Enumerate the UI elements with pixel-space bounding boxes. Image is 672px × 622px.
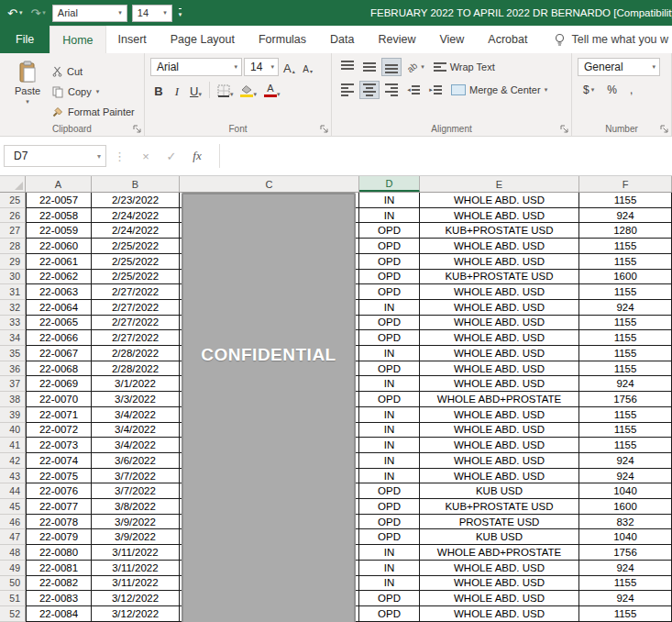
cell-F39[interactable]: 1155 xyxy=(579,407,672,423)
cell-F35[interactable]: 1155 xyxy=(579,346,672,361)
bold-button[interactable]: B xyxy=(150,81,167,99)
cell-B42[interactable]: 3/6/2022 xyxy=(92,453,180,469)
cell-B49[interactable]: 3/11/2022 xyxy=(92,561,180,576)
tell-me-box[interactable]: Tell me what you w xyxy=(554,26,672,53)
cell-D44[interactable]: OPD xyxy=(359,483,420,499)
cell-B50[interactable]: 3/11/2022 xyxy=(92,576,180,592)
cell-A43[interactable]: 22-0075 xyxy=(26,469,92,484)
cell-B32[interactable]: 2/27/2022 xyxy=(92,300,180,316)
font-size-combo[interactable]: 14 ▾ xyxy=(244,58,279,76)
row-header-48[interactable]: 48 xyxy=(0,545,26,561)
cell-E39[interactable]: WHOLE ABD. USD xyxy=(420,407,579,423)
cell-A27[interactable]: 22-0059 xyxy=(26,223,92,239)
cell-E49[interactable]: WHOLE ABD. USD xyxy=(420,561,579,576)
cell-E52[interactable]: WHOLE ABD. USD xyxy=(420,606,579,622)
row-header-41[interactable]: 41 xyxy=(0,438,26,453)
row-header-30[interactable]: 30 xyxy=(0,270,26,285)
cell-E42[interactable]: WHOLE ABD. USD xyxy=(420,453,579,469)
alignment-dialog-launcher-icon[interactable] xyxy=(560,125,568,133)
cell-D26[interactable]: IN xyxy=(359,208,420,224)
cell-D28[interactable]: OPD xyxy=(359,239,420,254)
column-header-b[interactable]: B xyxy=(92,176,180,192)
cell-D46[interactable]: OPD xyxy=(359,515,420,530)
cell-B33[interactable]: 2/27/2022 xyxy=(92,316,180,331)
cell-F47[interactable]: 1040 xyxy=(579,529,672,545)
cell-B45[interactable]: 3/8/2022 xyxy=(92,499,180,515)
cell-B37[interactable]: 3/1/2022 xyxy=(92,376,180,392)
cell-D50[interactable]: IN xyxy=(359,576,420,592)
cell-D40[interactable]: IN xyxy=(359,423,420,439)
tab-data[interactable]: Data xyxy=(318,26,366,53)
cell-B28[interactable]: 2/25/2022 xyxy=(92,239,180,254)
decrease-font-size-button[interactable]: A▾ xyxy=(300,58,316,76)
cell-E26[interactable]: WHOLE ABD. USD xyxy=(420,208,579,224)
cell-A42[interactable]: 22-0074 xyxy=(26,453,92,469)
cell-B48[interactable]: 3/11/2022 xyxy=(92,545,180,561)
align-left-button[interactable] xyxy=(337,81,358,99)
row-header-29[interactable]: 29 xyxy=(0,254,26,270)
number-format-combo[interactable]: General ▾ xyxy=(578,58,660,76)
row-header-42[interactable]: 42 xyxy=(0,453,26,469)
clipboard-dialog-launcher-icon[interactable] xyxy=(133,125,141,133)
cell-E41[interactable]: WHOLE ABD. USD xyxy=(420,438,579,453)
cell-E34[interactable]: WHOLE ABD. USD xyxy=(420,330,579,346)
cell-D33[interactable]: OPD xyxy=(359,316,420,331)
italic-button[interactable]: I xyxy=(169,81,185,99)
cell-F28[interactable]: 1155 xyxy=(579,239,672,254)
orientation-button[interactable]: ab▾ xyxy=(403,58,428,76)
cell-E33[interactable]: WHOLE ABD. USD xyxy=(420,316,579,331)
cell-F33[interactable]: 1155 xyxy=(579,316,672,331)
row-header-49[interactable]: 49 xyxy=(0,561,26,576)
cell-B44[interactable]: 3/7/2022 xyxy=(92,483,180,499)
cell-B40[interactable]: 3/4/2022 xyxy=(92,423,180,439)
cell-B46[interactable]: 3/9/2022 xyxy=(92,515,180,530)
top-align-button[interactable] xyxy=(337,58,358,76)
cell-F40[interactable]: 1155 xyxy=(579,423,672,439)
cell-D34[interactable]: OPD xyxy=(359,330,420,346)
cell-D25[interactable]: IN xyxy=(359,193,420,208)
cell-F45[interactable]: 1600 xyxy=(579,499,672,515)
cell-A29[interactable]: 22-0061 xyxy=(26,254,92,270)
cell-F41[interactable]: 1155 xyxy=(579,438,672,453)
cell-D39[interactable]: IN xyxy=(359,407,420,423)
row-header-28[interactable]: 28 xyxy=(0,239,26,254)
cell-F46[interactable]: 832 xyxy=(579,515,672,530)
cell-B26[interactable]: 2/24/2022 xyxy=(92,208,180,224)
cell-E47[interactable]: KUB USD xyxy=(420,529,579,545)
cell-A48[interactable]: 22-0080 xyxy=(26,545,92,561)
cell-D45[interactable]: OPD xyxy=(359,499,420,515)
percent-style-button[interactable]: % xyxy=(601,81,622,99)
cell-F50[interactable]: 1155 xyxy=(579,576,672,592)
cell-A28[interactable]: 22-0060 xyxy=(26,239,92,254)
row-header-35[interactable]: 35 xyxy=(0,346,26,361)
cell-D43[interactable]: IN xyxy=(359,469,420,484)
column-header-d[interactable]: D xyxy=(359,176,420,192)
decrease-indent-button[interactable]: ◂ xyxy=(403,81,424,99)
column-header-c[interactable]: C xyxy=(180,176,359,192)
cell-A47[interactable]: 22-0079 xyxy=(26,529,92,545)
cell-E45[interactable]: KUB+PROSTATE USD xyxy=(420,499,579,515)
row-header-31[interactable]: 31 xyxy=(0,284,26,300)
format-painter-button[interactable]: Format Painter xyxy=(50,103,138,121)
cell-E44[interactable]: KUB USD xyxy=(420,483,579,499)
cell-B51[interactable]: 3/12/2022 xyxy=(92,591,180,606)
cell-D37[interactable]: IN xyxy=(359,376,420,392)
row-header-52[interactable]: 52 xyxy=(0,606,26,622)
cell-A31[interactable]: 22-0063 xyxy=(26,284,92,300)
cell-D35[interactable]: IN xyxy=(359,346,420,361)
enter-entry-button[interactable]: ✓ xyxy=(159,150,184,163)
accounting-format-button[interactable]: $▾ xyxy=(578,81,600,99)
cell-D29[interactable]: OPD xyxy=(359,254,420,270)
cell-D47[interactable]: OPD xyxy=(359,529,420,545)
fill-color-button[interactable]: ▾ xyxy=(237,81,259,99)
font-dialog-launcher-icon[interactable] xyxy=(320,125,328,133)
row-header-27[interactable]: 27 xyxy=(0,223,26,239)
qat-font-size-combo[interactable]: 14▾ xyxy=(132,5,172,22)
paste-button[interactable]: Paste ▾ xyxy=(6,58,50,121)
cell-B47[interactable]: 3/9/2022 xyxy=(92,529,180,545)
cell-D31[interactable]: OPD xyxy=(359,284,420,300)
cell-A30[interactable]: 22-0062 xyxy=(26,270,92,285)
cell-D36[interactable]: OPD xyxy=(359,361,420,377)
redo-button[interactable]: ↷▾ xyxy=(28,6,47,21)
comma-style-button[interactable]: , xyxy=(624,81,638,99)
